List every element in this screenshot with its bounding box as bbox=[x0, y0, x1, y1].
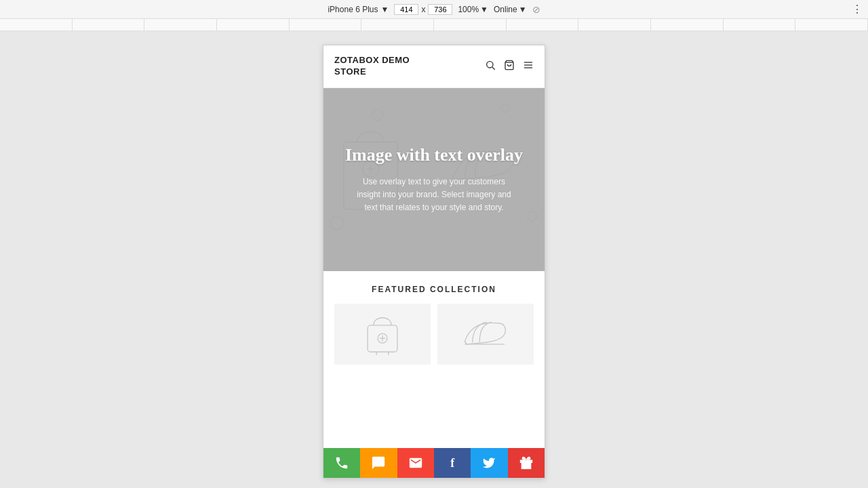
ruler-mark bbox=[290, 19, 362, 31]
chat-button[interactable] bbox=[360, 448, 397, 478]
email-button[interactable] bbox=[397, 448, 434, 478]
zoom-label: 100% bbox=[458, 5, 479, 14]
hero-content: Image with text overlay Use overlay text… bbox=[329, 131, 539, 228]
ruler-mark bbox=[434, 19, 507, 31]
main-area: ZOTABOX DEMO STORE bbox=[0, 31, 868, 488]
facebook-icon: f bbox=[450, 456, 454, 470]
ruler-mark bbox=[724, 19, 796, 31]
ruler-mark bbox=[795, 19, 868, 31]
hero-section: Image with text overlay Use overlay text… bbox=[323, 88, 545, 271]
ruler-mark bbox=[361, 19, 434, 31]
gift-button[interactable] bbox=[508, 448, 545, 478]
ruler-mark bbox=[73, 19, 145, 31]
store-name-line2: STORE bbox=[334, 66, 410, 78]
twitter-icon bbox=[482, 456, 496, 470]
store-name-line1: ZOTABOX DEMO bbox=[334, 55, 410, 66]
online-status[interactable]: Online ▼ bbox=[494, 5, 527, 14]
phone-frame: ZOTABOX DEMO STORE bbox=[323, 45, 545, 479]
featured-section: FEATURED COLLECTION bbox=[323, 271, 545, 371]
facebook-button[interactable]: f bbox=[434, 448, 471, 478]
cart-icon[interactable] bbox=[504, 60, 515, 73]
ruler-mark bbox=[507, 19, 579, 31]
ruler-mark bbox=[578, 19, 651, 31]
product-card-1[interactable] bbox=[334, 304, 431, 365]
ruler-marks bbox=[0, 19, 868, 31]
svg-rect-21 bbox=[520, 460, 532, 463]
block-icon: ⊘ bbox=[532, 4, 540, 15]
ruler-mark bbox=[217, 19, 290, 31]
featured-title: FEATURED COLLECTION bbox=[334, 285, 534, 294]
social-bar: f bbox=[323, 448, 545, 478]
menu-icon[interactable] bbox=[523, 60, 534, 73]
zoom-control[interactable]: 100% ▼ bbox=[458, 5, 488, 14]
more-options-icon[interactable]: ⋮ bbox=[852, 3, 863, 16]
twitter-button[interactable] bbox=[471, 448, 507, 478]
ruler-mark bbox=[0, 19, 73, 31]
search-icon[interactable] bbox=[485, 60, 496, 73]
chat-icon bbox=[371, 455, 386, 470]
svg-line-1 bbox=[492, 67, 495, 70]
ruler-mark bbox=[144, 19, 217, 31]
email-icon bbox=[408, 455, 423, 470]
product-image-backpack bbox=[359, 310, 406, 358]
online-arrow: ▼ bbox=[519, 5, 527, 14]
zoom-arrow: ▼ bbox=[480, 5, 488, 14]
product-image-shoe bbox=[462, 310, 509, 358]
phone-icon bbox=[334, 455, 349, 470]
product-card-2[interactable] bbox=[437, 304, 534, 365]
svg-point-0 bbox=[487, 62, 493, 68]
height-input[interactable] bbox=[428, 4, 452, 15]
gift-icon bbox=[519, 455, 534, 470]
store-icons bbox=[485, 60, 534, 73]
device-arrow: ▼ bbox=[381, 5, 389, 14]
hero-title: Image with text overlay bbox=[345, 144, 523, 165]
ruler bbox=[0, 19, 868, 31]
online-label: Online bbox=[494, 5, 517, 14]
store-logo: ZOTABOX DEMO STORE bbox=[334, 55, 410, 78]
ruler-mark bbox=[651, 19, 724, 31]
hero-subtitle: Use overlay text to give your customers … bbox=[353, 176, 515, 215]
phone-button[interactable] bbox=[323, 448, 360, 478]
toolbar: iPhone 6 Plus ▼ x 100% ▼ Online ▼ ⊘ ⋮ bbox=[0, 0, 868, 19]
device-selector[interactable]: iPhone 6 Plus ▼ bbox=[328, 5, 389, 14]
svg-point-10 bbox=[372, 110, 383, 121]
width-input[interactable] bbox=[394, 4, 418, 15]
svg-point-11 bbox=[501, 104, 509, 113]
store-header: ZOTABOX DEMO STORE bbox=[323, 45, 545, 88]
x-label: x bbox=[421, 5, 425, 14]
product-grid bbox=[334, 304, 534, 365]
dimensions: x bbox=[394, 4, 452, 15]
device-label: iPhone 6 Plus bbox=[328, 5, 378, 14]
